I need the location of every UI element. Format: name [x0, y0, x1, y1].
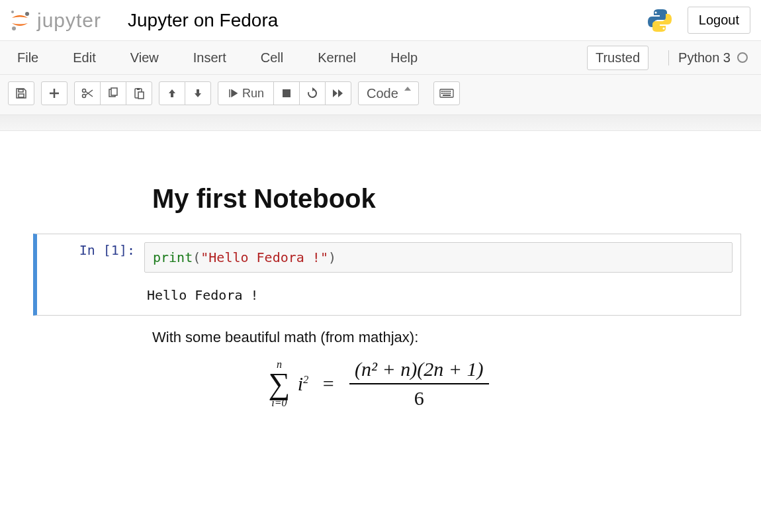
menu-insert[interactable]: Insert	[189, 46, 230, 69]
svg-rect-19	[441, 93, 443, 94]
run-all-button[interactable]	[325, 81, 351, 105]
cut-button[interactable]	[74, 81, 101, 105]
run-label: Run	[242, 87, 264, 101]
arrow-up-icon	[167, 88, 177, 99]
stop-icon	[282, 89, 291, 98]
run-icon	[228, 88, 238, 99]
save-icon	[15, 87, 27, 99]
token-string: "Hello Fedora !"	[201, 249, 328, 265]
forward-icon	[332, 88, 344, 99]
paste-button[interactable]	[126, 81, 152, 105]
plus-icon	[48, 87, 60, 99]
save-button[interactable]	[8, 81, 34, 105]
sigma-icon: ∑	[268, 370, 290, 397]
svg-rect-12	[283, 89, 291, 97]
notebook-area: My first Notebook In [1]: print("Hello F…	[0, 131, 761, 436]
header-bar: jupyter Jupyter on Fedora Logout	[0, 0, 761, 40]
add-cell-button[interactable]	[41, 81, 67, 105]
paste-icon	[133, 87, 145, 99]
toolbar: Run Code	[0, 75, 761, 115]
svg-rect-14	[441, 91, 443, 92]
svg-point-5	[83, 89, 86, 93]
svg-rect-8	[111, 88, 117, 95]
svg-point-2	[12, 26, 16, 30]
scissors-icon	[81, 87, 94, 99]
jupyter-logo[interactable]: jupyter	[8, 9, 101, 32]
svg-rect-22	[447, 93, 449, 94]
cell-output: Hello Fedora !	[144, 287, 259, 303]
output-prompt	[45, 287, 144, 303]
kernel-name: Python 3	[678, 50, 731, 66]
equal-sign: =	[316, 373, 341, 394]
code-input[interactable]: print("Hello Fedora !")	[144, 242, 733, 273]
markdown-text[interactable]: With some beautiful math (from mathjax):	[152, 329, 741, 346]
menubar: File Edit View Insert Cell Kernel Help T…	[0, 40, 761, 75]
svg-point-6	[83, 95, 86, 98]
svg-rect-23	[449, 93, 451, 94]
cell-prompt: In [1]:	[45, 242, 144, 258]
kernel-status-circle-icon	[737, 52, 748, 63]
menu-file[interactable]: File	[13, 46, 42, 69]
move-up-button[interactable]	[159, 81, 185, 105]
fraction-denominator: 6	[414, 384, 424, 410]
token-function: print	[153, 249, 193, 265]
svg-point-1	[25, 12, 29, 16]
svg-rect-11	[138, 92, 144, 99]
fraction-numerator: (n² + n)(2n + 1)	[349, 358, 488, 384]
brand-text: jupyter	[37, 9, 101, 32]
sum-lower: i=0	[271, 398, 287, 408]
svg-rect-21	[445, 93, 447, 94]
command-palette-button[interactable]	[433, 81, 460, 105]
kernel-indicator: Python 3	[668, 50, 748, 66]
trusted-indicator[interactable]: Trusted	[587, 46, 649, 70]
notebook-title[interactable]: Jupyter on Fedora	[128, 10, 278, 31]
cell-type-dropdown[interactable]: Code	[358, 81, 419, 105]
copy-button[interactable]	[100, 81, 126, 105]
svg-rect-20	[443, 93, 445, 94]
restart-icon	[306, 87, 318, 99]
separator-strip	[0, 115, 761, 131]
menu-edit[interactable]: Edit	[69, 46, 99, 69]
jupyter-icon	[8, 9, 32, 32]
keyboard-icon	[439, 89, 454, 98]
run-button[interactable]: Run	[218, 81, 274, 105]
menu-kernel[interactable]: Kernel	[314, 46, 360, 69]
markdown-heading[interactable]: My first Notebook	[152, 184, 741, 214]
math-formula: n ∑ i=0 i2 = (n² + n)(2n + 1) 6	[20, 358, 741, 410]
restart-button[interactable]	[299, 81, 326, 105]
menu-view[interactable]: View	[126, 46, 163, 69]
copy-icon	[107, 87, 119, 99]
move-down-button[interactable]	[185, 81, 211, 105]
stop-button[interactable]	[273, 81, 300, 105]
token-paren-open: (	[193, 249, 201, 265]
sum-symbol: n ∑ i=0	[268, 359, 290, 408]
sum-term: i2	[295, 373, 311, 394]
svg-point-4	[662, 27, 664, 29]
arrow-down-icon	[193, 88, 203, 99]
menu-help[interactable]: Help	[386, 46, 422, 69]
menu-cell[interactable]: Cell	[257, 46, 287, 69]
svg-rect-18	[449, 91, 451, 92]
logout-button[interactable]: Logout	[688, 7, 750, 34]
svg-rect-17	[447, 91, 449, 92]
svg-rect-24	[443, 95, 451, 96]
svg-point-3	[654, 11, 656, 13]
fraction: (n² + n)(2n + 1) 6	[345, 358, 492, 410]
svg-rect-10	[137, 88, 140, 90]
svg-rect-15	[443, 91, 445, 92]
svg-rect-16	[445, 91, 447, 92]
token-paren-close: )	[328, 249, 336, 265]
python-icon	[647, 7, 673, 34]
code-cell[interactable]: In [1]: print("Hello Fedora !") Hello Fe…	[33, 234, 741, 316]
svg-point-0	[11, 11, 14, 13]
cell-type-select[interactable]: Code	[358, 81, 419, 105]
